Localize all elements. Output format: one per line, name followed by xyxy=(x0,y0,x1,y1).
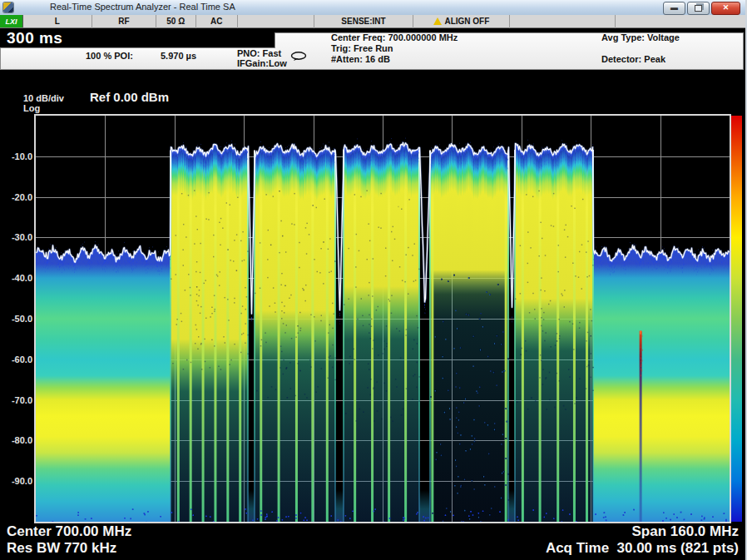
ytick--70: -70.0 xyxy=(2,395,32,405)
ytick--60: -60.0 xyxy=(2,354,32,364)
lxi-badge: LXI xyxy=(0,15,23,27)
analyzer-window: Real-Time Spectrum Analyzer - Real Time … xyxy=(0,0,747,560)
avg-type-readout: Avg Type: Voltage xyxy=(601,32,680,42)
atten-readout: #Atten: 16 dB xyxy=(331,54,390,64)
status-cell-blank2 xyxy=(510,15,616,28)
app-icon xyxy=(3,2,13,12)
span-annotation: Span 160.0 MHz xyxy=(632,523,740,540)
status-cell-align: ALIGN OFF xyxy=(413,15,510,28)
window-controls: ▬ ✕ xyxy=(663,2,740,15)
restore-icon xyxy=(695,5,702,12)
status-cell-sense: SENSE:INT xyxy=(314,15,414,28)
trigger-readout: Trig: Free Run xyxy=(331,43,393,53)
status-cell-coupling: AC xyxy=(196,15,238,28)
ytick--40: -40.0 xyxy=(2,273,32,283)
ytick--30: -30.0 xyxy=(2,232,32,242)
scale-per-div-label: 10 dB/div xyxy=(23,93,64,103)
ytick--50: -50.0 xyxy=(2,314,32,324)
acq-time-annotation: Acq Time 30.00 ms (821 pts) xyxy=(546,540,739,557)
detector-readout: Detector: Peak xyxy=(601,54,665,64)
res-bw-annotation: Res BW 770 kHz xyxy=(7,540,116,557)
minimize-icon: ▬ xyxy=(670,3,678,12)
ref-level-label: Ref 0.00 dBm xyxy=(90,90,169,104)
poi-value: 5.970 µs xyxy=(161,51,196,61)
status-cell-blank3 xyxy=(616,15,747,28)
status-bar: LXI L RF 50 Ω AC SENSE:INT ALIGN OFF xyxy=(0,15,747,28)
window-title: Real-Time Spectrum Analyzer - Real Time … xyxy=(50,2,235,12)
spectrum-display[interactable] xyxy=(36,116,730,522)
measurement-bar: 300 ms 100 % POI: 5.970 µs PNO: Fast IFG… xyxy=(0,28,747,73)
close-icon: ✕ xyxy=(723,3,730,12)
center-freq-annotation: Center 700.00 MHz xyxy=(7,523,131,540)
ytick--20: -20.0 xyxy=(2,192,32,202)
align-label: ALIGN OFF xyxy=(444,17,489,26)
ytick--80: -80.0 xyxy=(2,435,32,445)
status-cell-rf: RF xyxy=(92,15,156,28)
center-freq-readout: Center Freq: 700.000000 MHz xyxy=(331,32,458,42)
align-warning-icon xyxy=(433,17,442,25)
status-cell-l: L xyxy=(23,15,92,28)
close-button[interactable]: ✕ xyxy=(711,2,740,15)
message-bubble-icon[interactable] xyxy=(290,52,308,62)
status-cell-blank1 xyxy=(238,15,314,28)
pno-readout: PNO: Fast xyxy=(237,48,281,58)
poi-label: 100 % POI: xyxy=(86,51,133,61)
poi-panel xyxy=(0,47,275,70)
acquisition-length-readout: 300 ms xyxy=(7,29,62,47)
ytick--90: -90.0 xyxy=(2,476,32,486)
ifgain-readout: IFGain:Low xyxy=(237,58,287,68)
scale-type-label: Log xyxy=(23,103,40,113)
status-cell-impedance: 50 Ω xyxy=(156,15,196,28)
title-bar[interactable]: Real-Time Spectrum Analyzer - Real Time … xyxy=(0,0,747,16)
ytick--10: -10.0 xyxy=(2,151,32,161)
minimize-button[interactable]: ▬ xyxy=(663,2,685,15)
density-colorbar xyxy=(731,116,742,522)
restore-button[interactable] xyxy=(687,2,710,15)
